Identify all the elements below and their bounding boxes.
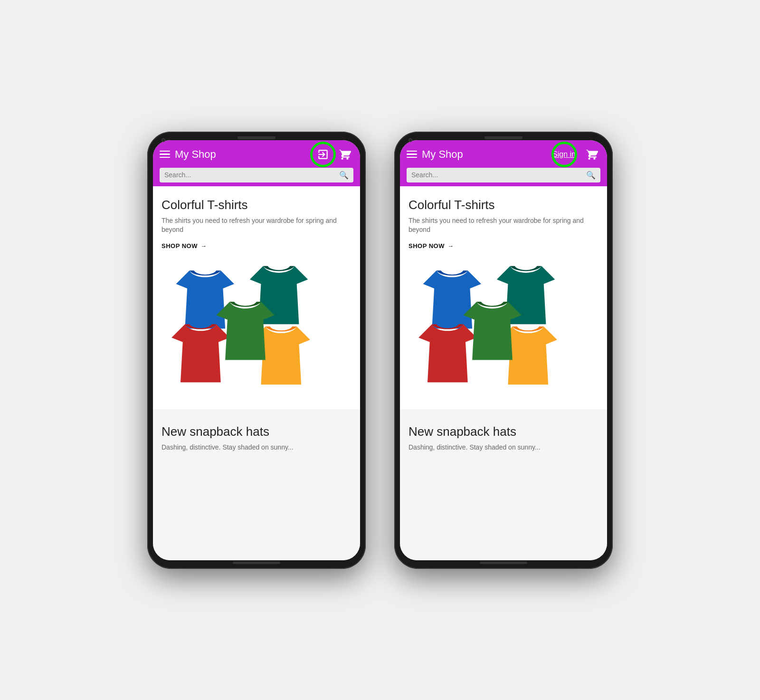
next-section-right: New snapback hats Dashing, distinctive. … (400, 413, 607, 460)
next-section-title-left: New snapback hats (162, 424, 352, 439)
camera-right (408, 138, 412, 142)
hamburger-icon-left[interactable] (160, 151, 170, 158)
next-section-desc-right: Dashing, distinctive. Stay shaded on sun… (408, 443, 598, 452)
search-bar-right: 🔍 (407, 168, 600, 182)
cart-icon-btn-right[interactable] (583, 146, 600, 163)
shop-now-btn-right[interactable]: SHOP NOW → (408, 242, 598, 249)
search-input-left[interactable] (164, 171, 335, 179)
search-btn-right[interactable]: 🔍 (586, 171, 596, 180)
app-bar-top-right: My Shop Sign in (407, 146, 600, 163)
app-title-left: My Shop (175, 148, 310, 161)
content-right: Colorful T-shirts The shirts you need to… (400, 186, 607, 560)
signin-text-btn-right[interactable]: Sign in (550, 148, 579, 160)
hamburger-icon-right[interactable] (407, 151, 417, 158)
next-section-desc-left: Dashing, distinctive. Stay shaded on sun… (162, 443, 352, 452)
hero-desc-right: The shirts you need to refresh your ward… (408, 216, 598, 235)
search-bar-left: 🔍 (160, 168, 353, 182)
app-bar-top-left: My Shop (160, 146, 353, 163)
hero-title-left: Colorful T-shirts (162, 198, 352, 212)
phones-container: My Shop (147, 132, 613, 569)
signin-icon-area-left[interactable] (314, 146, 332, 163)
next-section-title-right: New snapback hats (408, 424, 598, 439)
camera-left (162, 138, 165, 142)
tshirts-image-right (408, 257, 598, 409)
search-input-right[interactable] (411, 171, 582, 179)
shop-now-btn-left[interactable]: SHOP NOW → (162, 242, 352, 249)
content-left: Colorful T-shirts The shirts you need to… (153, 186, 360, 560)
cart-svg-right (586, 148, 598, 161)
signin-svg-icon-left (317, 148, 329, 161)
app-bar-left: My Shop (153, 140, 360, 186)
screen-left: My Shop (153, 140, 360, 560)
next-section-left: New snapback hats Dashing, distinctive. … (153, 413, 360, 460)
tshirts-svg-right (408, 257, 598, 409)
phone-left: My Shop (147, 132, 366, 569)
hero-section-right: Colorful T-shirts The shirts you need to… (400, 186, 607, 409)
cart-svg-left (339, 148, 351, 161)
tshirts-image-left (162, 257, 352, 409)
app-title-right: My Shop (422, 148, 545, 161)
hero-section-left: Colorful T-shirts The shirts you need to… (153, 186, 360, 409)
phone-right: My Shop Sign in 🔍 (394, 132, 613, 569)
hero-desc-left: The shirts you need to refresh your ward… (162, 216, 352, 235)
cart-icon-btn-left[interactable] (336, 146, 353, 163)
app-bar-right: My Shop Sign in 🔍 (400, 140, 607, 186)
hero-title-right: Colorful T-shirts (408, 198, 598, 212)
search-btn-left[interactable]: 🔍 (339, 171, 349, 180)
signin-text-area-right[interactable]: Sign in (550, 150, 579, 159)
tshirts-svg-left (162, 257, 352, 409)
screen-right: My Shop Sign in 🔍 (400, 140, 607, 560)
signin-icon-btn-left[interactable] (314, 146, 332, 163)
